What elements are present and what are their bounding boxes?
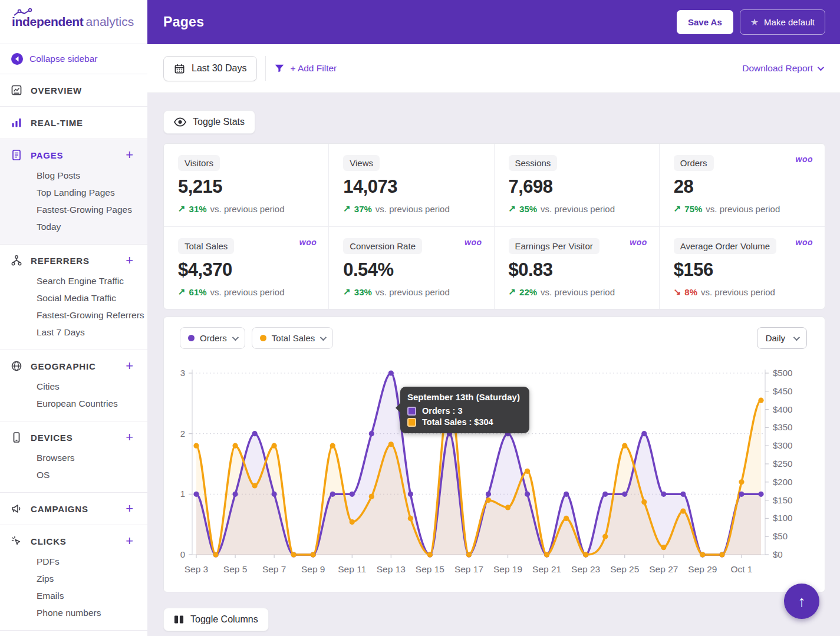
stat-value: 28	[674, 176, 811, 197]
sidebar-subitem[interactable]: Browsers	[0, 449, 147, 466]
plus-icon[interactable]: +	[126, 536, 133, 546]
orders-series-dropdown[interactable]: Orders	[180, 327, 245, 349]
sidebar-section-label: GEOGRAPHIC	[31, 361, 117, 371]
pages-icon	[11, 149, 22, 161]
sidebar-section-geographic: GEOGRAPHIC+CitiesEuropean Countries	[0, 350, 147, 421]
sidebar-subitem[interactable]: European Countries	[0, 395, 147, 412]
svg-text:0: 0	[180, 549, 185, 559]
stat-card-orders: wooOrders28↗75%vs. previous period	[660, 144, 825, 227]
sidebar-subitem[interactable]: Cities	[0, 378, 147, 395]
chart-controls: Orders Total Sales Daily	[164, 317, 825, 349]
svg-text:Sep 5: Sep 5	[223, 564, 248, 574]
chart-tooltip: September 13th (Saturday) Orders : 3 Tot…	[400, 387, 529, 433]
sidebar-section-campaigns: CAMPAIGNS+	[0, 493, 147, 525]
sidebar-item-overview[interactable]: OVERVIEW	[0, 80, 147, 101]
woocommerce-badge: woo	[796, 238, 813, 247]
plus-icon[interactable]: +	[126, 433, 133, 442]
sidebar-item-clicks[interactable]: CLICKS+	[0, 530, 147, 552]
sidebar-subitem[interactable]: Blog Posts	[0, 167, 147, 184]
plus-icon[interactable]: +	[126, 256, 133, 265]
chart-card: Orders Total Sales Daily 0123$0$50$100$1…	[163, 317, 825, 592]
sidebar-subitem[interactable]: Fastest-Growing Referrers	[0, 307, 147, 324]
sidebar-subitem[interactable]: Last 7 Days	[0, 324, 147, 341]
svg-text:$350: $350	[773, 422, 792, 432]
svg-text:$250: $250	[773, 459, 792, 469]
columns-icon	[174, 615, 184, 624]
woocommerce-badge: woo	[299, 238, 317, 247]
svg-text:Sep 19: Sep 19	[493, 564, 522, 574]
devices-icon	[11, 431, 22, 443]
stat-label: Views	[343, 155, 380, 171]
sidebar-subitem[interactable]: PDFs	[0, 553, 147, 570]
stat-value: $4,370	[178, 259, 314, 281]
stat-value: $156	[674, 259, 811, 281]
sidebar-subitem[interactable]: OS	[0, 466, 147, 483]
sidebar-subitem[interactable]: Phone numbers	[0, 604, 147, 621]
sidebar: Collapse sidebar OVERVIEWREAL-TIMEPAGES+…	[0, 44, 147, 636]
sidebar-subitem[interactable]: Today	[0, 218, 147, 235]
funnel-icon	[274, 63, 285, 74]
filter-bar: Last 30 Days + Add Filter Download Repor…	[147, 44, 840, 93]
svg-text:$500: $500	[773, 368, 792, 378]
sidebar-item-real-time[interactable]: REAL-TIME	[0, 112, 147, 133]
stat-card-average-order-volume: wooAverage Order Volume$156↘8%vs. previo…	[660, 227, 825, 309]
collapse-sidebar-button[interactable]: Collapse sidebar	[0, 44, 147, 74]
logo-text-light: analytics	[86, 15, 134, 28]
toggle-stats-button[interactable]: Toggle Stats	[163, 110, 255, 134]
stat-label: Sessions	[509, 155, 558, 171]
svg-text:$200: $200	[773, 477, 792, 487]
plus-icon[interactable]: +	[126, 150, 133, 160]
sidebar-subitem[interactable]: Search Engine Traffic	[0, 272, 147, 289]
date-range-button[interactable]: Last 30 Days	[163, 56, 257, 81]
campaigns-icon	[11, 503, 22, 515]
toggle-columns-button[interactable]: Toggle Columns	[163, 608, 269, 631]
sidebar-item-pages[interactable]: PAGES+	[0, 144, 147, 166]
sidebar-item-campaigns[interactable]: CAMPAIGNS+	[0, 498, 147, 519]
total-sales-series-label: Total Sales	[272, 333, 315, 343]
svg-text:Oct 1: Oct 1	[730, 564, 752, 574]
trend-up-icon: ↗	[509, 203, 516, 214]
sidebar-subitem[interactable]: Fastest-Growing Pages	[0, 201, 147, 218]
plus-icon[interactable]: +	[126, 361, 133, 371]
svg-text:3: 3	[180, 368, 185, 378]
sidebar-section-label: DEVICES	[31, 433, 117, 443]
tooltip-title: September 13th (Saturday)	[407, 392, 520, 402]
save-as-button[interactable]: Save As	[677, 10, 733, 34]
stat-value: 7,698	[509, 176, 645, 197]
sidebar-item-devices[interactable]: DEVICES+	[0, 427, 147, 448]
sidebar-section-referrers: REFERRERS+Search Engine TrafficSocial Me…	[0, 245, 147, 350]
add-filter-button[interactable]: + Add Filter	[274, 63, 742, 74]
interval-select[interactable]: Daily	[757, 327, 807, 349]
make-default-button[interactable]: ★ Make default	[740, 9, 825, 35]
stat-value: 14,073	[343, 176, 479, 197]
sidebar-section-label: CAMPAIGNS	[31, 504, 117, 514]
divider	[265, 56, 266, 81]
eye-icon	[174, 117, 186, 127]
sidebar-subitem[interactable]: Emails	[0, 587, 147, 604]
stat-change: ↗37%vs. previous period	[343, 203, 479, 214]
woocommerce-badge: woo	[796, 154, 813, 164]
scroll-to-top-button[interactable]: ↑	[784, 584, 819, 619]
svg-text:Sep 15: Sep 15	[416, 564, 444, 574]
plus-icon[interactable]: +	[126, 504, 133, 513]
arrow-up-icon: ↑	[798, 594, 806, 609]
total-sales-series-dropdown[interactable]: Total Sales	[252, 327, 333, 349]
stat-change: ↗22%vs. previous period	[509, 286, 645, 297]
sidebar-item-referrers[interactable]: REFERRERS+	[0, 250, 147, 271]
stat-value: 5,215	[178, 176, 314, 197]
sidebar-section-label: CLICKS	[31, 536, 117, 546]
download-report-button[interactable]: Download Report	[742, 63, 822, 74]
stat-label: Visitors	[178, 155, 220, 171]
stat-card-earnings-per-visitor: wooEarnings Per Visitor$0.83↗22%vs. prev…	[495, 227, 660, 309]
svg-text:$450: $450	[773, 386, 792, 396]
sidebar-subitem[interactable]: Social Media Traffic	[0, 289, 147, 307]
stat-change: ↗31%vs. previous period	[178, 203, 314, 214]
sidebar-item-geographic[interactable]: GEOGRAPHIC+	[0, 355, 147, 377]
sidebar-subitem[interactable]: Top Landing Pages	[0, 184, 147, 201]
trend-up-icon: ↗	[674, 203, 681, 214]
date-range-label: Last 30 Days	[192, 63, 246, 74]
calendar-icon	[174, 63, 185, 74]
sidebar-section-clicks: CLICKS+PDFsZipsEmailsPhone numbers	[0, 525, 147, 631]
sidebar-subitem[interactable]: Zips	[0, 570, 147, 587]
total-sales-swatch-icon	[407, 418, 416, 427]
